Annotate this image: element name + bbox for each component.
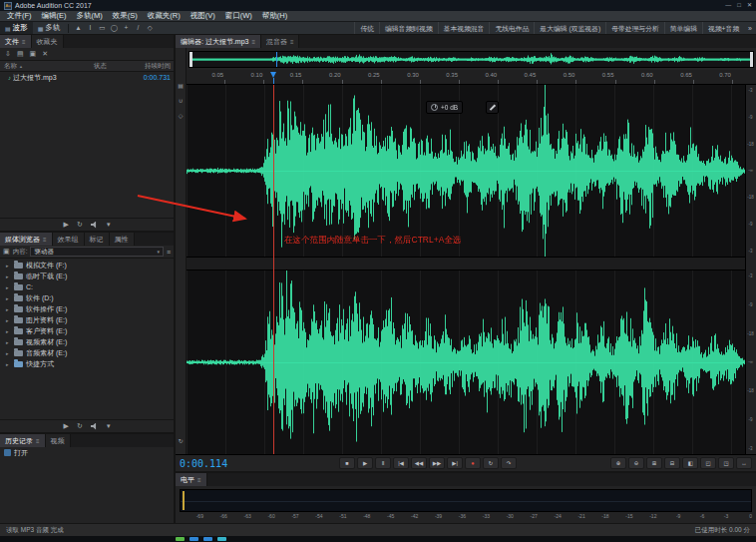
history-item[interactable]: 打开 [0, 447, 174, 458]
panel-menu-icon[interactable]: ≡ [197, 477, 201, 483]
panel-menu-icon[interactable]: ≡ [43, 237, 47, 243]
tree-item[interactable]: ▸ 模拟文件 (F:) [0, 260, 174, 271]
column-duration[interactable]: 持续时间 [128, 62, 174, 71]
panel-menu-icon[interactable]: ≡ [22, 39, 26, 45]
chevron-right-icon[interactable]: ▸ [6, 263, 11, 269]
zoom-in-time[interactable]: ⊞ [646, 457, 662, 469]
range-handle-right[interactable] [750, 52, 753, 67]
zoom-to-out-point[interactable]: ◳ [718, 457, 734, 469]
toggle-icon[interactable]: ◇ [179, 112, 184, 119]
zoom-full[interactable]: ↔ [736, 457, 752, 469]
waveform-display[interactable]: -3-9-18-∞-18-9-3 -3-9-18-∞-18-9-3 +0 dB … [187, 85, 756, 454]
workspace-tab[interactable]: 简单编辑 [664, 22, 702, 35]
chevron-right-icon[interactable]: ▸ [6, 317, 11, 323]
move-tool-icon[interactable]: ▲ [72, 24, 84, 32]
minimize-icon[interactable]: — [725, 0, 731, 11]
chevron-right-icon[interactable]: ▸ [6, 328, 11, 334]
workspace-tab[interactable]: 无线电作品 [489, 22, 534, 35]
chevron-right-icon[interactable]: ▸ [6, 273, 11, 279]
preview-play-icon[interactable]: ▶ [64, 422, 69, 430]
speaker-icon[interactable] [91, 423, 99, 430]
tree-item[interactable]: ▸ 快捷方式 [0, 358, 174, 369]
column-name[interactable]: 名称 ▲ [0, 62, 94, 71]
transport-button[interactable]: |◀ [393, 457, 409, 469]
panel-menu-icon[interactable]: ≡ [251, 39, 255, 45]
transport-button[interactable]: ◀◀ [411, 457, 427, 469]
transport-button[interactable]: ▶▶ [429, 457, 445, 469]
maximize-icon[interactable]: □ [737, 0, 741, 11]
preview-options-icon[interactable]: ▾ [107, 422, 111, 430]
display-settings-icon[interactable]: ▤ [178, 82, 184, 89]
tree-item[interactable]: ▸ 音频素材 (E:) [0, 347, 174, 358]
menu-item[interactable]: 文件(F) [2, 11, 37, 21]
preview-loop-icon[interactable]: ↻ [77, 422, 83, 430]
panel-tab[interactable]: 属性 [110, 233, 135, 246]
tree-item[interactable]: ▸ 图片资料 (E:) [0, 314, 174, 325]
workspace-tab[interactable]: 编辑音频到视频 [379, 22, 438, 35]
zoom-out-amplitude[interactable]: ⊖ [628, 457, 644, 469]
import-file-icon[interactable]: ⇩ [5, 50, 11, 58]
menu-item[interactable]: 编辑(E) [37, 11, 72, 21]
workspace-overflow-icon[interactable]: » [744, 22, 756, 35]
chevron-right-icon[interactable]: ▸ [6, 295, 11, 301]
timeline-ruler[interactable]: 0.050.100.150.200.250.300.350.400.450.50… [187, 70, 756, 85]
preview-play-icon[interactable]: ▶ [64, 221, 69, 229]
marker-tool-icon[interactable]: ◇ [144, 24, 156, 32]
tab-history[interactable]: 历史记录 ≡ [0, 434, 46, 447]
file-row[interactable]: ♪ 过大报节.mp3 0:00.731 [0, 72, 174, 83]
menu-item[interactable]: 多轨(M) [72, 11, 108, 21]
volume-hud[interactable]: +0 dB [426, 101, 463, 114]
waveform-channel-left[interactable] [187, 85, 745, 257]
taskbar-app-icon[interactable] [189, 537, 198, 541]
trash-icon[interactable]: ✕ [42, 50, 48, 58]
loop-icon[interactable]: ↻ [178, 437, 183, 444]
menu-item[interactable]: 窗口(W) [220, 11, 257, 21]
tab-levels[interactable]: 电平 ≡ [176, 473, 207, 486]
tab-editor[interactable]: 编辑器: 过大报节.mp3 ≡ [176, 35, 261, 48]
tab-mixer[interactable]: 混音器 ≡ [261, 35, 300, 48]
time-display[interactable]: 0:00.114 [180, 458, 237, 469]
close-icon[interactable]: ✕ [747, 0, 752, 11]
new-container-icon[interactable]: ▣ [30, 50, 37, 58]
chevron-right-icon[interactable]: ▸ [6, 361, 11, 367]
workspace-tab[interactable]: 基本视频混音 [438, 22, 490, 35]
taskbar-app-icon[interactable] [203, 537, 212, 541]
chevron-right-icon[interactable]: ▸ [6, 350, 11, 356]
chevron-right-icon[interactable]: ▸ [6, 284, 11, 290]
workspace-tab[interactable]: 最大编辑 (双监视器) [534, 22, 605, 35]
transport-button[interactable]: ■ [339, 457, 355, 469]
tree-item[interactable]: ▸ 软件 (D:) [0, 292, 174, 303]
tab-media-browser[interactable]: 媒体浏览器 ≡ [0, 233, 53, 246]
zoom-to-selection[interactable]: ◧ [682, 457, 698, 469]
speaker-icon[interactable] [91, 222, 99, 229]
multitrack-view-button[interactable]: ▦ 多轨 [33, 22, 66, 35]
brush-selection-tool-icon[interactable]: + [120, 24, 132, 32]
amplitude-ruler[interactable]: -3-9-18-∞-18-9-3 -3-9-18-∞-18-9-3 [745, 85, 756, 454]
transport-button[interactable]: ↷ [501, 457, 517, 469]
preview-loop-icon[interactable]: ↻ [77, 221, 83, 229]
zoom-out-time[interactable]: ⊟ [664, 457, 680, 469]
chevron-right-icon[interactable]: ▸ [6, 306, 11, 312]
range-handle-left[interactable] [189, 52, 192, 67]
new-folder-icon[interactable]: ▣ [3, 248, 10, 256]
workspace-tab[interactable]: 视频+音频 [702, 22, 744, 35]
tab-files[interactable]: 文件 ≡ [0, 35, 32, 48]
panel-tab[interactable]: 效果组 [53, 233, 85, 246]
overview-range[interactable] [189, 51, 754, 68]
waveform-channel-right[interactable] [187, 271, 745, 454]
tab-favorites[interactable]: 收藏夹 [32, 35, 64, 48]
column-status[interactable]: 状态 [94, 62, 128, 71]
workspace-tab[interactable]: 传统 [354, 22, 379, 35]
preview-options-icon[interactable]: ▾ [107, 221, 111, 229]
open-file-icon[interactable]: ▤ [17, 50, 24, 58]
waveform-view-button[interactable]: ▤ 波形 [0, 22, 33, 35]
panel-tab[interactable]: 标记 [85, 233, 110, 246]
panel-menu-icon[interactable]: ≡ [36, 438, 40, 444]
time-selection-tool-icon[interactable]: I [84, 24, 96, 32]
filter-icon[interactable]: ≡ [167, 249, 171, 256]
menu-item[interactable]: 视图(V) [186, 11, 220, 21]
transport-button[interactable]: ▶| [447, 457, 463, 469]
transport-button[interactable]: Ⅱ [375, 457, 391, 469]
zoom-to-in-point[interactable]: ◰ [700, 457, 716, 469]
channel-divider[interactable] [187, 257, 745, 271]
